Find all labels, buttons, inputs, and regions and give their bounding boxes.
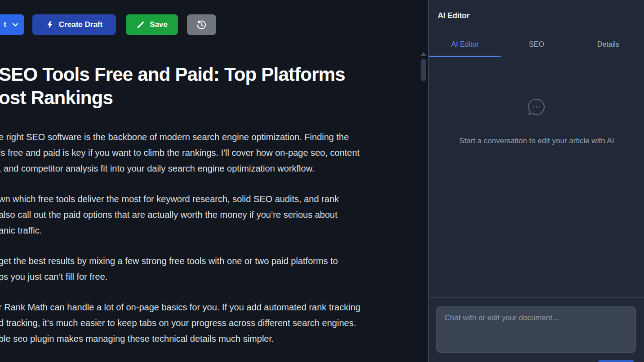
- version-history-button[interactable]: [187, 14, 216, 35]
- article-paragraph: e right SEO software is the backbone of …: [0, 129, 421, 177]
- lightning-bolt-icon: [46, 21, 54, 29]
- tab-seo[interactable]: SEO: [501, 32, 572, 57]
- panel-tabs: AI Editor SEO Details: [429, 32, 644, 57]
- chevron-down-icon: [12, 21, 19, 28]
- paragraph-line: r Rank Math can handle a lot of on-page …: [0, 300, 421, 315]
- paragraph-line: ps you just can’t fill for free.: [0, 269, 421, 285]
- scroll-up-arrow-icon[interactable]: [421, 52, 426, 56]
- empty-state-text: Start a conversation to edit your articl…: [459, 137, 614, 146]
- paragraph-line: get the best results by mixing a few str…: [0, 253, 421, 269]
- paragraph-line: ble seo plugin makes managing these tech…: [0, 331, 421, 347]
- paragraph-line: d tracking, it’s much easier to keep tab…: [0, 315, 421, 331]
- clock-history-icon: [196, 19, 207, 31]
- document-menu-label-fragment: t: [4, 20, 6, 29]
- article-title-line: ost Rankings: [0, 86, 421, 110]
- chat-composer: [429, 297, 644, 362]
- pencil-icon: [136, 21, 145, 29]
- article-title-line: SEO Tools Free and Paid: Top Platforms: [0, 63, 421, 86]
- editor-pane: t Create Draft Save: [0, 0, 428, 362]
- article-content[interactable]: SEO Tools Free and Paid: Top Platforms o…: [0, 63, 421, 362]
- ai-editor-panel: AI Editor AI Editor SEO Details Start a …: [429, 0, 644, 362]
- paragraph-line: wn which free tools deliver the most for…: [0, 191, 421, 207]
- chat-bubble-icon: [525, 96, 548, 121]
- create-draft-button[interactable]: Create Draft: [32, 14, 116, 35]
- tab-details[interactable]: Details: [573, 32, 644, 57]
- chat-empty-state: Start a conversation to edit your articl…: [429, 57, 644, 297]
- paragraph-line: e right SEO software is the backbone of …: [0, 129, 421, 145]
- paragraph-line: anic traffic.: [0, 223, 421, 238]
- panel-title: AI Editor: [438, 11, 470, 20]
- panel-header: AI Editor: [429, 0, 644, 31]
- scrollbar-thumb[interactable]: [421, 59, 426, 81]
- chat-input[interactable]: [436, 306, 636, 353]
- article-paragraph: wn which free tools deliver the most for…: [0, 191, 421, 238]
- active-tab-underline: [429, 56, 501, 57]
- create-draft-label: Create Draft: [59, 20, 102, 29]
- paragraph-line: also call out the paid options that are …: [0, 207, 421, 223]
- tab-ai-editor[interactable]: AI Editor: [429, 32, 501, 57]
- save-label: Save: [150, 20, 168, 29]
- editor-scrollbar[interactable]: [421, 49, 426, 362]
- article-paragraph: get the best results by mixing a few str…: [0, 253, 421, 285]
- save-button[interactable]: Save: [126, 14, 178, 35]
- article-paragraph: r Rank Math can handle a lot of on-page …: [0, 300, 421, 347]
- send-button[interactable]: [598, 360, 635, 362]
- paragraph-line: ls free and paid is key if you want to c…: [0, 145, 421, 161]
- document-menu-button[interactable]: t: [0, 14, 24, 35]
- editor-toolbar: t Create Draft Save: [0, 0, 428, 49]
- paragraph-line: , and competitor analysis fit into your …: [0, 161, 421, 177]
- article-title: SEO Tools Free and Paid: Top Platforms o…: [0, 63, 421, 110]
